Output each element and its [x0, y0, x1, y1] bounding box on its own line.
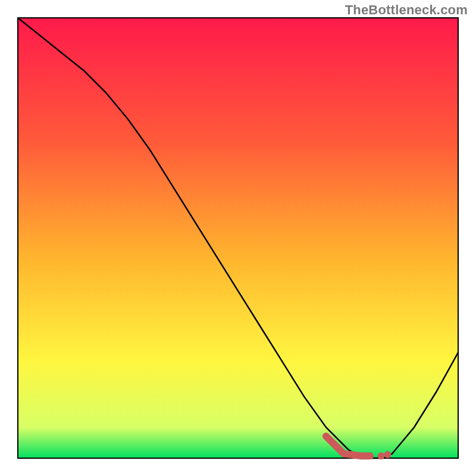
svg-point-0: [378, 452, 385, 459]
watermark-text: TheBottleneck.com: [345, 2, 468, 18]
svg-point-1: [384, 451, 392, 458]
chart-container: TheBottleneck.com: [0, 0, 476, 476]
plot-background: [18, 18, 458, 458]
chart-svg: [0, 0, 476, 476]
